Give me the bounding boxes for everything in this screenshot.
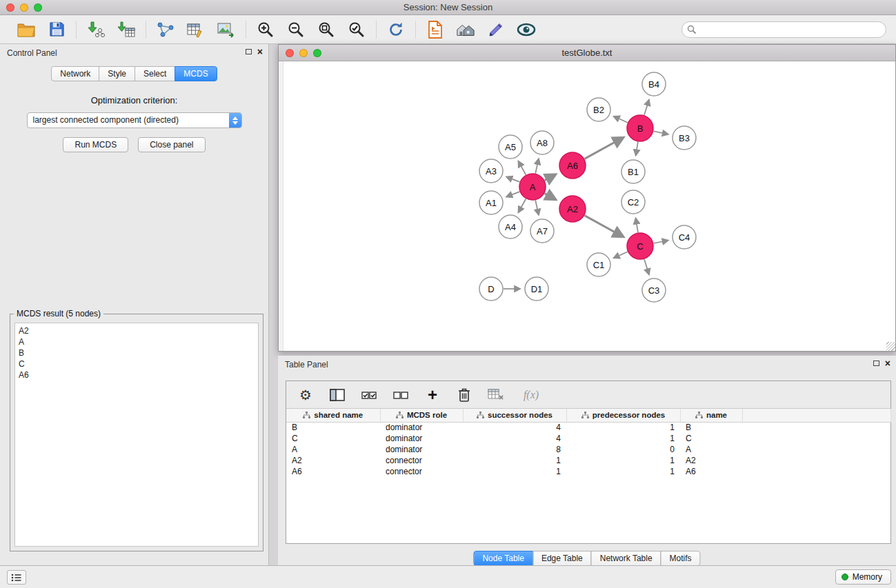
graph-edge-A-A8[interactable] bbox=[535, 159, 539, 173]
graph-edge-C-C2[interactable] bbox=[636, 219, 638, 233]
tab-node-table[interactable]: Node Table bbox=[473, 551, 533, 566]
graph-edge-C-C3[interactable] bbox=[644, 259, 649, 274]
network-window-traffic-lights bbox=[286, 49, 321, 57]
graph-edge-A2-C[interactable] bbox=[585, 216, 624, 237]
save-session-icon[interactable] bbox=[47, 20, 66, 39]
refresh-layout-icon[interactable] bbox=[386, 20, 406, 39]
delete-table-icon[interactable] bbox=[488, 387, 504, 403]
criterion-select[interactable]: largest connected component (directed) bbox=[27, 112, 242, 128]
edit-table-icon[interactable] bbox=[186, 20, 206, 39]
close-panel-button[interactable]: Close panel bbox=[138, 137, 205, 152]
add-column-icon[interactable]: + bbox=[424, 387, 441, 403]
new-network-icon[interactable] bbox=[156, 20, 175, 39]
table-row[interactable]: A6connector 11 A6 bbox=[286, 466, 890, 477]
graph-node-label-C3: C3 bbox=[648, 285, 660, 296]
function-builder-icon[interactable]: f(x) bbox=[519, 387, 543, 403]
column-header-shared-name[interactable]: shared name bbox=[286, 409, 380, 422]
graph-node-label-A2: A2 bbox=[567, 204, 578, 214]
graph-edge-A-A7[interactable] bbox=[535, 201, 539, 215]
column-visibility-icon[interactable] bbox=[329, 387, 346, 403]
graph-node-label-B: B bbox=[637, 123, 644, 134]
table-row[interactable]: Cdominator 41 C bbox=[286, 433, 890, 444]
zoom-out-icon[interactable] bbox=[286, 20, 306, 39]
control-panel-tabs: Network Style Select MCDS bbox=[0, 66, 268, 81]
minimize-window-button[interactable] bbox=[20, 3, 28, 12]
list-item[interactable]: A6 bbox=[19, 369, 255, 381]
graph-node-label-A7: A7 bbox=[537, 226, 548, 236]
graph-edge-B-B1[interactable] bbox=[636, 142, 638, 156]
table-panel: Table Panel × ⚙ bbox=[278, 356, 896, 565]
table-row[interactable]: A2connector 11 A2 bbox=[286, 455, 890, 466]
import-network-from-file-icon[interactable] bbox=[86, 20, 106, 39]
task-history-button[interactable] bbox=[7, 570, 26, 585]
graph-edge-B-B4[interactable] bbox=[644, 100, 649, 115]
deselect-all-rows-icon[interactable] bbox=[392, 387, 409, 403]
tab-edge-table[interactable]: Edge Table bbox=[532, 551, 592, 566]
list-item[interactable]: C bbox=[19, 358, 255, 369]
home-icon[interactable] bbox=[456, 20, 475, 39]
tab-network[interactable]: Network bbox=[51, 66, 99, 81]
annotation-document-icon[interactable] bbox=[426, 20, 445, 39]
tab-motifs[interactable]: Motifs bbox=[661, 551, 701, 566]
list-item[interactable]: A bbox=[19, 336, 255, 347]
tab-network-table[interactable]: Network Table bbox=[591, 551, 661, 566]
show-hide-eye-icon[interactable] bbox=[517, 20, 536, 39]
close-panel-icon[interactable]: × bbox=[257, 48, 263, 55]
run-mcds-button[interactable]: Run MCDS bbox=[63, 137, 128, 152]
graph-edge-C-C4[interactable] bbox=[654, 241, 668, 243]
mcds-result-box: MCDS result (5 nodes) A2 A B C A6 bbox=[10, 314, 263, 551]
memory-button[interactable]: Memory bbox=[835, 569, 891, 585]
table-settings-gear-icon[interactable]: ⚙ bbox=[297, 387, 314, 403]
network-minimize-button[interactable] bbox=[299, 49, 308, 57]
list-item[interactable]: B bbox=[19, 347, 255, 358]
table-row[interactable]: Bdominator 41 B bbox=[286, 422, 890, 433]
column-header-name[interactable]: name bbox=[680, 409, 742, 422]
graph-edge-C-C1[interactable] bbox=[614, 252, 628, 258]
paint-pen-icon[interactable] bbox=[486, 20, 506, 39]
table-row[interactable]: Adominator 80 A bbox=[286, 444, 890, 455]
import-table-from-file-icon[interactable] bbox=[117, 20, 136, 39]
column-header-mcds-role[interactable]: MCDS role bbox=[380, 409, 463, 422]
graph-edge-A-A5[interactable] bbox=[519, 161, 526, 174]
export-image-icon[interactable] bbox=[217, 20, 236, 39]
tab-select[interactable]: Select bbox=[135, 66, 175, 81]
network-close-button[interactable] bbox=[286, 49, 294, 57]
open-session-icon[interactable] bbox=[17, 20, 36, 39]
column-header-successor-nodes[interactable]: successor nodes bbox=[463, 409, 566, 422]
zoom-selected-icon[interactable] bbox=[347, 20, 366, 39]
column-header-predecessor-nodes[interactable]: predecessor nodes bbox=[566, 409, 680, 422]
delete-column-trash-icon[interactable] bbox=[456, 387, 472, 403]
graph-edge-B-B2[interactable] bbox=[614, 116, 628, 123]
zoom-in-icon[interactable] bbox=[256, 20, 275, 39]
zoom-fit-icon[interactable] bbox=[317, 20, 336, 39]
graph-edge-A-A6[interactable] bbox=[545, 174, 556, 180]
graph-edge-A-A2[interactable] bbox=[545, 194, 556, 200]
close-window-button[interactable] bbox=[6, 3, 14, 12]
table-panel-title: Table Panel bbox=[285, 360, 328, 369]
tab-style[interactable]: Style bbox=[99, 66, 135, 81]
search-input[interactable] bbox=[681, 21, 886, 38]
graph-edge-B-B3[interactable] bbox=[654, 131, 668, 134]
control-panel-title: Control Panel bbox=[7, 48, 57, 58]
tab-mcds[interactable]: MCDS bbox=[175, 66, 217, 81]
float-panel-icon[interactable] bbox=[246, 49, 252, 54]
graph-node-label-D: D bbox=[488, 284, 494, 294]
zoom-window-button[interactable] bbox=[34, 3, 42, 12]
graph-edge-A-A4[interactable] bbox=[519, 199, 526, 212]
network-window-titlebar[interactable]: testGlobe.txt bbox=[279, 45, 895, 61]
list-item[interactable]: A2 bbox=[19, 325, 255, 336]
float-table-panel-icon[interactable] bbox=[873, 361, 879, 366]
graph-edge-A-A3[interactable] bbox=[506, 177, 519, 182]
network-zoom-button[interactable] bbox=[313, 49, 321, 57]
network-graph[interactable]: B4B2BB3A5A8A6A3B1AA1C2A2A4A7C4CC1C3DD1 bbox=[279, 61, 895, 351]
window-resize-handle[interactable] bbox=[886, 342, 895, 351]
mcds-result-list[interactable]: A2 A B C A6 bbox=[14, 323, 259, 547]
close-table-panel-icon[interactable]: × bbox=[885, 360, 890, 367]
app-titlebar: Session: New Session bbox=[0, 0, 896, 15]
network-canvas[interactable]: B4B2BB3A5A8A6A3B1AA1C2A2A4A7C4CC1C3DD1 bbox=[279, 61, 895, 351]
task-list-icon bbox=[11, 573, 22, 582]
select-all-rows-icon[interactable] bbox=[361, 387, 377, 403]
graph-edge-A-A1[interactable] bbox=[506, 192, 519, 196]
search-icon bbox=[687, 25, 697, 34]
graph-edge-A6-B[interactable] bbox=[585, 138, 624, 159]
